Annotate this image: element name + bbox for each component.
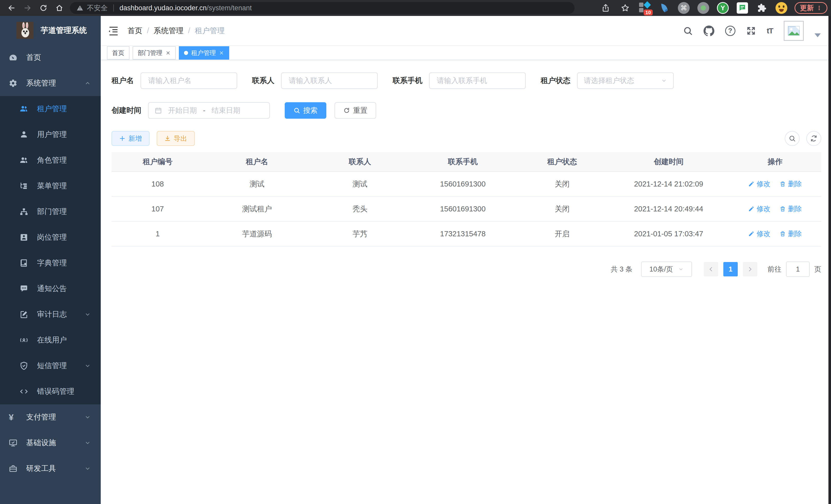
address-bar[interactable]: 不安全 dashboard.yudao.iocoder.cn/system/te… [70,2,575,14]
browser-back-button[interactable] [4,0,20,16]
reset-button[interactable]: 重置 [335,102,376,119]
extension-balloon[interactable] [658,2,671,14]
tree-icon [20,182,31,190]
delete-link[interactable]: 删除 [780,179,802,188]
sidebar-item-online-users[interactable]: 在线用户 [0,327,101,353]
sidebar-item-role[interactable]: 角色管理 [0,147,101,173]
header-search-button[interactable] [683,26,693,36]
app-title: 芋道管理系统 [40,25,87,36]
sidebar-item-user[interactable]: 用户管理 [0,122,101,147]
browser-home-button[interactable] [51,0,67,16]
chevron-down-icon [84,311,91,318]
page-content: 租户名 联系人 联系手机 租户状态 请选择租户状态 [101,60,831,287]
edit-note-icon [20,310,31,319]
sidebar-toggle-button[interactable] [109,26,119,36]
profile-avatar[interactable] [775,2,788,14]
contact-input[interactable] [281,72,378,89]
yen-icon: ¥ [9,413,20,421]
green-dot-icon [697,2,709,14]
add-button[interactable]: 新增 [112,131,149,146]
goto-label: 前往 [768,265,781,274]
next-page-button[interactable] [743,262,757,276]
chevron-down-icon [84,362,91,369]
sidebar-item-dev-tools[interactable]: 研发工具 [0,456,101,481]
sidebar-item-error-code[interactable]: 错误码管理 [0,379,101,404]
sidebar-item-dept[interactable]: 部门管理 [0,199,101,225]
app-logo-rabbit [17,22,33,39]
app-logo-row[interactable]: 芋道管理系统 [0,16,101,45]
show-search-button[interactable] [785,131,800,146]
delete-link[interactable]: 删除 [780,229,802,238]
sidebar-item-post[interactable]: 岗位管理 [0,225,101,250]
status-text: 关闭 [516,197,608,221]
extension-badge: 10 [644,9,653,16]
refresh-icon [810,135,818,142]
sidebar-item-notice[interactable]: 通知公告 [0,276,101,302]
sidebar-item-payment[interactable]: ¥ 支付管理 [0,404,101,430]
sidebar: 芋道管理系统 首页 系统管理 租户管理 [0,16,101,504]
chevron-down-icon [84,440,91,446]
extensions-menu[interactable] [755,2,768,14]
goto-page-input[interactable] [786,262,810,277]
edit-link[interactable]: 修改 [748,204,770,213]
help-button[interactable]: ? [725,26,736,36]
fullscreen-button[interactable] [746,26,756,36]
page-unit-label: 页 [814,265,821,274]
sidebar-item-dict[interactable]: 字典管理 [0,250,101,276]
browser-update-button[interactable]: 更新 [795,2,827,14]
hamburger-fold-icon [109,26,119,36]
tab-dept[interactable]: 部门管理 [133,46,176,60]
prev-page-button[interactable] [704,262,718,276]
share-button[interactable] [599,2,612,14]
sidebar-item-home[interactable]: 首页 [0,45,101,70]
tab-home[interactable]: 首页 [107,46,130,60]
sidebar-item-sms[interactable]: 短信管理 [0,353,101,379]
search-button[interactable]: 搜索 [285,102,326,119]
edit-link[interactable]: 修改 [748,229,770,238]
reload-icon [39,4,47,12]
table-toolbar: 新增 导出 [112,131,821,146]
browser-reload-button[interactable] [35,0,51,16]
download-icon [165,136,171,142]
extension-command[interactable]: ⌘ [677,2,690,14]
message-icon [20,285,31,293]
refresh-table-button[interactable] [806,131,821,146]
tenant-name-input[interactable] [141,72,237,89]
system-submenu: 租户管理 用户管理 角色管理 菜单管理 [0,96,101,404]
bookmark-button[interactable] [619,2,632,14]
sidebar-item-infra[interactable]: 基础设施 [0,430,101,456]
sidebar-item-tenant[interactable]: 租户管理 [0,96,101,122]
trash-icon [780,181,786,187]
sidebar-item-menu[interactable]: 菜单管理 [0,173,101,199]
page-number-current[interactable]: 1 [723,262,738,276]
breadcrumb: 首页 / 系统管理 / 租户管理 [127,26,225,36]
breadcrumb-system[interactable]: 系统管理 [154,26,183,36]
goto-page: 前往 页 [768,262,821,277]
close-icon[interactable] [219,50,224,56]
phone-input[interactable] [429,72,526,89]
avatar-caret-icon[interactable] [814,33,821,37]
user-avatar[interactable] [784,21,804,41]
delete-link[interactable]: 删除 [780,204,802,213]
breadcrumb-home[interactable]: 首页 [127,26,142,36]
export-button[interactable]: 导出 [157,131,195,146]
create-time-range-picker[interactable]: 开始日期 - 结束日期 [148,102,270,119]
sidebar-item-audit-log[interactable]: 审计日志 [0,302,101,327]
edit-link[interactable]: 修改 [748,179,770,188]
trash-icon [780,206,786,212]
status-label: 租户状态 [541,76,570,86]
sidebar-item-system[interactable]: 系统管理 [0,70,101,96]
page-size-select[interactable]: 10条/页 [641,262,692,277]
extension-y[interactable]: Y [716,2,729,14]
chevron-up-icon [84,80,91,87]
search-icon [683,26,693,36]
extension-chat[interactable] [736,2,749,14]
font-size-button[interactable]: tT [767,26,773,35]
status-select[interactable]: 请选择租户状态 [577,72,674,89]
browser-forward-button[interactable] [20,0,35,16]
extension-recorder[interactable] [697,2,710,14]
tab-tenant[interactable]: 租户管理 [179,46,229,60]
extension-diamond[interactable]: 10 [638,2,651,14]
github-button[interactable] [704,25,714,36]
close-icon[interactable] [166,50,171,56]
